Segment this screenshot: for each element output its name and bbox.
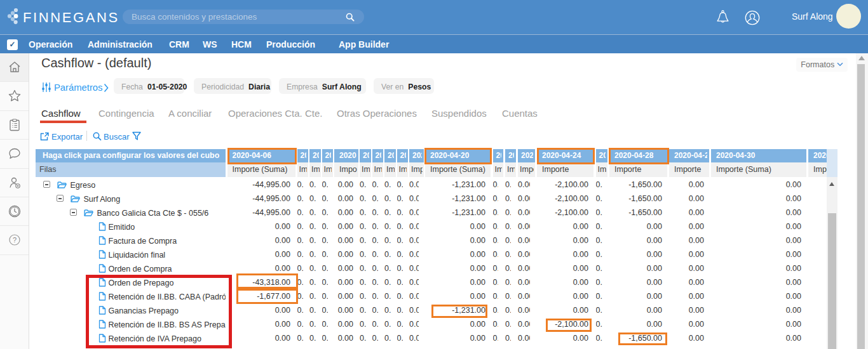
svg-text:?: ?: [13, 236, 17, 244]
